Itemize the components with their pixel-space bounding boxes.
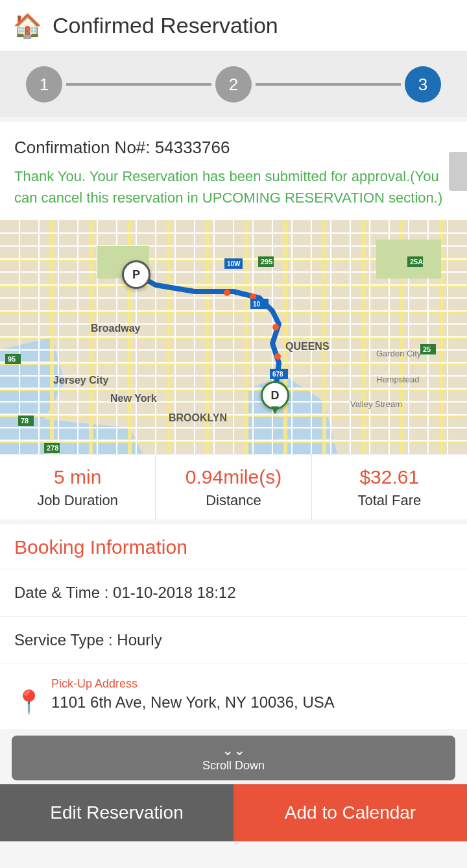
service-text: Service Type : Hourly	[14, 631, 453, 649]
booking-title: Booking Information	[0, 525, 467, 569]
stat-fare: $32.61 Total Fare	[312, 454, 467, 519]
distance-value: 0.94mile(s)	[162, 466, 304, 488]
home-icon[interactable]: 🏠	[13, 12, 42, 40]
header: 🏠 Confirmed Reservation	[0, 0, 467, 52]
pickup-label: Pick-Up Address	[51, 677, 335, 691]
fare-value: $32.61	[318, 466, 461, 488]
location-icon: 📍	[14, 689, 43, 716]
bottom-buttons: Edit Reservation Add to Calendar	[0, 784, 467, 841]
chevron-down-icon: ⌄⌄	[19, 743, 448, 758]
confirmation-message: Thank You. Your Reservation has been sub…	[14, 166, 453, 208]
stat-distance: 0.94mile(s) Distance	[156, 454, 311, 519]
progress-steps: 1 2 3	[0, 52, 467, 117]
booking-datetime: Date & Time : 01-10-2018 18:12	[0, 569, 467, 617]
step-line-1	[66, 83, 211, 86]
page-title: Confirmed Reservation	[53, 13, 278, 38]
distance-label: Distance	[162, 492, 304, 509]
pickup-address-text: 1101 6th Ave, New York, NY 10036, USA	[51, 693, 335, 712]
scroll-indicator	[449, 152, 467, 191]
booking-section: Booking Information Date & Time : 01-10-…	[0, 525, 467, 729]
step-line-2	[256, 83, 401, 86]
step-2: 2	[215, 66, 252, 103]
confirmation-number: Confirmation No#: 54333766	[14, 138, 453, 158]
scroll-down-bar[interactable]: ⌄⌄ Scroll Down	[12, 736, 455, 780]
map-container: P D	[0, 220, 467, 454]
duration-label: Job Duration	[6, 492, 149, 509]
duration-value: 5 min	[6, 466, 149, 488]
add-to-calendar-button[interactable]: Add to Calendar	[234, 784, 467, 841]
datetime-text: Date & Time : 01-10-2018 18:12	[14, 584, 453, 602]
pickup-address-block: Pick-Up Address 1101 6th Ave, New York, …	[51, 677, 335, 712]
stat-duration: 5 min Job Duration	[0, 454, 156, 519]
dropoff-marker: D	[261, 381, 289, 410]
stats-row: 5 min Job Duration 0.94mile(s) Distance …	[0, 454, 467, 519]
pickup-marker: P	[122, 260, 150, 289]
step-1: 1	[26, 66, 62, 103]
pickup-address-row: 📍 Pick-Up Address 1101 6th Ave, New York…	[0, 664, 467, 729]
dropoff-pin	[271, 406, 279, 414]
booking-service: Service Type : Hourly	[0, 617, 467, 664]
edit-reservation-button[interactable]: Edit Reservation	[0, 784, 234, 841]
step-3: 3	[405, 66, 441, 103]
confirmation-section: Confirmation No#: 54333766 Thank You. Yo…	[0, 122, 467, 220]
fare-label: Total Fare	[318, 492, 461, 509]
scroll-down-label: Scroll Down	[19, 759, 448, 773]
